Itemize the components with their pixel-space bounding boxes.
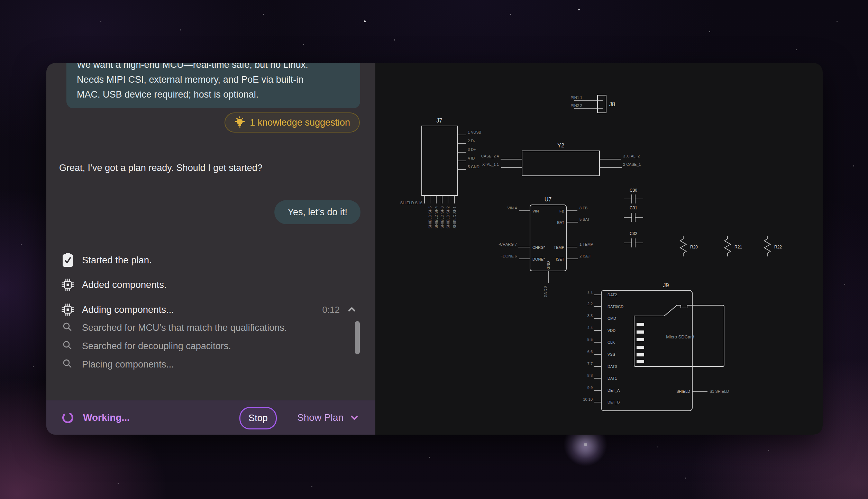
pin-label: S1 SHIELD [710, 389, 729, 393]
pin-number: 1 1 [587, 290, 593, 294]
pin-name: VIN [532, 209, 539, 213]
user-message-line: Needs MIPI CSI, external memory, and PoE… [77, 72, 350, 87]
chip-icon [61, 277, 75, 292]
user-message-line: We want a high-end MCU—real-time safe, b… [77, 63, 350, 72]
pin-number: 6 6 [587, 350, 593, 354]
show-plan-label: Show Plan [297, 412, 344, 423]
pin-number: 2 2 [587, 302, 593, 306]
pin-label: CASE_2 4 [481, 154, 499, 158]
pin-number: 9 9 [587, 385, 593, 390]
component-y2[interactable]: Y2 CASE_2 4 XTAL_1 1 3 XTAL_2 2 CASE_1 [481, 143, 641, 176]
sdcard-label: Micro SDCard [666, 334, 694, 339]
spinner-icon [62, 411, 74, 424]
pin-label: XTAL_1 1 [482, 162, 499, 166]
component-r21[interactable]: R21 [724, 236, 742, 256]
scrollbar-thumb[interactable] [355, 321, 360, 354]
component-r22[interactable]: R22 [764, 236, 782, 256]
bright-star-glow [584, 443, 587, 446]
substep-row: Searched for decoupling capacitors. [46, 339, 375, 353]
starfield [0, 0, 1, 1]
pin-name: VDD [607, 328, 615, 333]
knowledge-suggestion-label: 1 knowledge suggestion [250, 117, 350, 128]
pin-label: 2 CASE_1 [623, 162, 641, 166]
pin-label: SHIELD SH2 [446, 206, 450, 228]
component-c32[interactable]: C32 [624, 231, 643, 247]
chevron-up-icon[interactable] [347, 306, 356, 315]
chevron-down-icon [350, 414, 359, 421]
pin-name: SHIELD [676, 389, 690, 393]
component-ref: J7 [437, 118, 442, 124]
component-ref: R22 [774, 245, 782, 250]
step-timer: 0:12 [322, 305, 340, 315]
substep-row: Searched for MCU’s that match the qualif… [46, 321, 375, 335]
component-u7[interactable]: U7 VIN 4 ~CHARG 7 ~DONE 6 VIN CHRG* DONE… [498, 197, 593, 297]
app-window: We want a high-end MCU—real-time safe, b… [46, 63, 823, 435]
status-bar: Working... Stop Show Plan [46, 400, 375, 435]
schematic-svg: PIN1 1 PIN2 2 J8 J7 1 VUSB 2 D- 3 D+ 4 I… [375, 63, 823, 435]
pin-label: VIN 4 [507, 206, 517, 210]
component-j9[interactable]: J9 1 1 2 2 3 3 4 4 5 5 6 [583, 282, 729, 411]
search-icon [62, 359, 73, 370]
component-ref: J8 [609, 101, 615, 107]
step-row-added-components: Added components. [46, 277, 375, 292]
pin-number: 7 7 [587, 362, 593, 366]
pin-label: PIN2 2 [570, 103, 582, 108]
chip-icon [61, 302, 75, 317]
step-row-adding-components[interactable]: Adding components... 0:12 [46, 302, 375, 317]
pin-name: CLK [607, 340, 615, 344]
component-ref: C32 [630, 231, 637, 236]
component-ref: C31 [630, 206, 637, 210]
lightbulb-icon [234, 116, 245, 129]
component-ref: J9 [663, 282, 669, 288]
component-ref: U7 [545, 197, 552, 202]
pin-label: SHIELD SH6 [400, 201, 422, 205]
chat-panel: We want a high-end MCU—real-time safe, b… [46, 63, 375, 435]
step-label: Adding components... [82, 304, 174, 315]
component-j8[interactable]: PIN1 1 PIN2 2 J8 [570, 95, 615, 113]
stop-button-label: Stop [248, 413, 268, 424]
component-ref: C30 [630, 188, 637, 193]
component-c31[interactable]: C31 [624, 206, 643, 222]
component-r20[interactable]: R20 [680, 236, 698, 256]
stop-button[interactable]: Stop [239, 407, 277, 429]
schematic-canvas[interactable]: PIN1 1 PIN2 2 J8 J7 1 VUSB 2 D- 3 D+ 4 I… [375, 63, 823, 435]
pin-name: DET_A [607, 388, 620, 392]
pin-label: ~DONE 6 [501, 254, 517, 258]
working-status-text: Working... [83, 412, 130, 423]
pin-label: 4 ID [468, 156, 475, 160]
pin-name: FB [559, 209, 564, 213]
pin-label: 1 TEMP [579, 242, 593, 246]
knowledge-suggestion-pill[interactable]: 1 knowledge suggestion [225, 112, 360, 133]
pin-name: CMD [607, 316, 616, 320]
pin-label: 3 XTAL_2 [623, 154, 640, 158]
pin-name: GND [546, 261, 550, 270]
search-icon [62, 322, 73, 334]
substep-label: Searched for decoupling capacitors. [82, 341, 231, 352]
assistant-message: Great, I’ve got a plan ready. Should I g… [59, 163, 263, 173]
step-label: Started the plan. [82, 255, 152, 266]
substep-label: Placing components... [82, 359, 174, 370]
sdcard-contacts [637, 323, 644, 363]
substep-row: Placing components... [46, 357, 375, 371]
pin-name: BAT [557, 220, 564, 225]
pin-label: GND 8 [543, 285, 548, 297]
user-message-bubble: We want a high-end MCU—real-time safe, b… [66, 63, 360, 108]
pin-label: ~CHARG 7 [498, 242, 517, 246]
pin-name: VSS [607, 352, 615, 356]
pin-name: DAT0 [607, 364, 617, 369]
substep-label: Searched for MCU’s that match the qualif… [82, 323, 287, 333]
step-row-started-plan: Started the plan. [46, 253, 375, 268]
component-c30[interactable]: C30 [624, 188, 643, 203]
search-icon [62, 340, 73, 352]
pin-label: PIN1 1 [570, 96, 582, 100]
user-reply-bubble: Yes, let’s do it! [274, 200, 360, 224]
pin-name: ISET [556, 257, 565, 261]
component-ref: Y2 [557, 143, 564, 148]
user-reply-text: Yes, let’s do it! [287, 207, 347, 218]
pin-number: 8 8 [587, 373, 593, 378]
component-j7[interactable]: J7 1 VUSB 2 D- 3 D+ 4 ID 5 GND [400, 118, 481, 228]
pin-name: CHRG* [532, 245, 545, 250]
pin-label: 3 D+ [468, 147, 476, 152]
pin-label: SHIELD SH4 [434, 206, 438, 228]
show-plan-button[interactable]: Show Plan [297, 400, 359, 435]
